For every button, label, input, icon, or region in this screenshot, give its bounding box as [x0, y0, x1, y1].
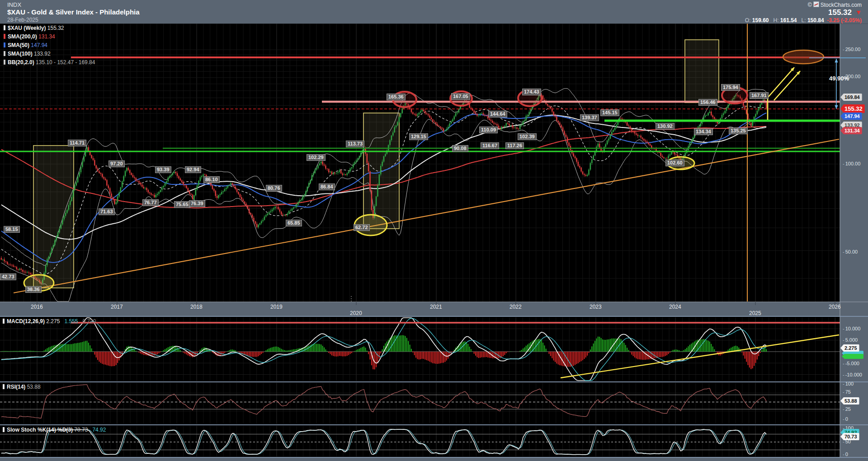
stockcharts-copyright: ©StockCharts.com	[808, 1, 862, 8]
stockcharts-logo-icon	[813, 1, 819, 7]
ohlc-row: O: 159.60 H: 161.54 L: 150.84 -3.25 (-2.…	[745, 17, 862, 24]
last-price: 155.32	[828, 8, 852, 17]
low-value: 150.84	[807, 17, 824, 24]
stockcharts-wordmark: StockCharts.com	[821, 2, 862, 8]
price-down-triangle-icon: ▼	[855, 9, 862, 16]
chart-date: 28-Feb-2025	[7, 17, 38, 23]
chart-canvas[interactable]	[0, 0, 868, 461]
high-value: 161.54	[780, 17, 797, 24]
chart-header: INDX $XAU - Gold & Silver Index - Philad…	[0, 0, 868, 24]
open-value: 159.60	[752, 17, 769, 24]
page-title: $XAU - Gold & Silver Index - Philadelphi…	[7, 8, 140, 16]
high-label: H:	[774, 17, 779, 24]
stockcharts-chart-page: INDX $XAU - Gold & Silver Index - Philad…	[0, 0, 868, 461]
change-value: -3.25 (-2.05%)	[827, 17, 862, 24]
macd-hist-tag	[842, 354, 863, 359]
open-label: O:	[745, 17, 751, 24]
low-label: L:	[802, 17, 806, 24]
exchange-label: INDX	[7, 1, 21, 8]
